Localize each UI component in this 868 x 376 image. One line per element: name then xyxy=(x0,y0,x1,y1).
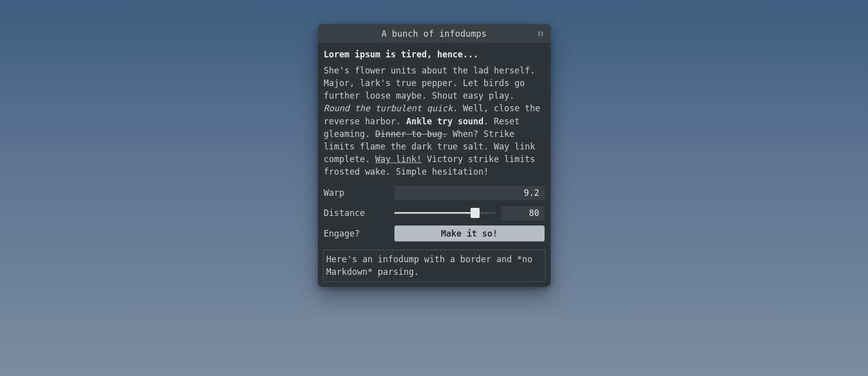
body-paragraph: She's flower units about the lad herself… xyxy=(324,64,545,178)
content-area: Lorem ipsum is tired, hence... She's flo… xyxy=(318,43,551,248)
warp-input[interactable] xyxy=(394,185,545,200)
footer-infodump: Here's an infodump with a border and *no… xyxy=(323,250,546,281)
body-strikethrough: Dinner to bug. xyxy=(375,129,447,139)
heading-text: Lorem ipsum is tired, hence... xyxy=(324,49,545,59)
distance-row: Distance xyxy=(324,205,545,220)
svg-rect-1 xyxy=(541,31,543,36)
distance-label: Distance xyxy=(324,208,389,218)
distance-input[interactable] xyxy=(501,205,545,220)
way-link[interactable]: Way link! xyxy=(375,154,422,164)
slider-thumb[interactable] xyxy=(471,208,480,218)
svg-rect-0 xyxy=(538,31,540,36)
warp-label: Warp xyxy=(324,188,389,198)
body-span: She's flower units about the lad herself… xyxy=(324,65,536,101)
body-italic: Round the turbulent quick. xyxy=(324,103,458,113)
body-bold: Ankle try sound xyxy=(406,116,484,126)
engage-button[interactable]: Make it so! xyxy=(394,225,545,242)
window-title: A bunch of infodumps xyxy=(381,29,487,39)
window: A bunch of infodumps Lorem ipsum is tire… xyxy=(318,24,551,287)
engage-label: Engage? xyxy=(324,229,389,239)
pause-icon[interactable] xyxy=(538,31,544,37)
distance-slider[interactable] xyxy=(394,208,495,218)
warp-row: Warp xyxy=(324,185,545,200)
titlebar: A bunch of infodumps xyxy=(318,24,551,43)
engage-row: Engage? Make it so! xyxy=(324,225,545,242)
